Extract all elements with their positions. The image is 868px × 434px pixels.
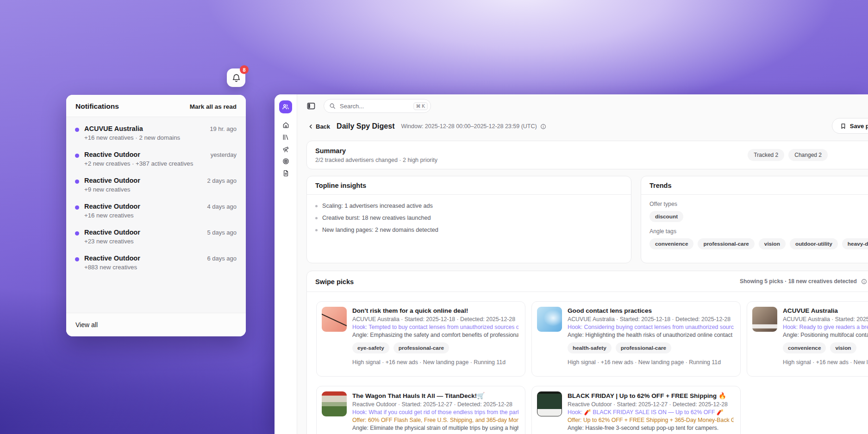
topbar: ⌘ K — [297, 94, 868, 118]
pick-meta: ACUVUE Australia · Started: 2025-12-18 ·… — [568, 316, 734, 322]
pick-meta: Reactive Outdoor · Started: 2025-12-27 ·… — [568, 401, 734, 408]
angle-tag: professional-care — [698, 238, 754, 249]
search-input[interactable] — [339, 102, 410, 110]
panel-left-icon — [306, 101, 316, 111]
page-header: Back Daily Spy Digest Window: 2025-12-28… — [297, 118, 868, 135]
ad-thumbnail — [537, 391, 562, 416]
ad-thumbnail — [322, 307, 347, 332]
sidebar-item-home[interactable] — [275, 119, 297, 131]
bell-icon — [232, 74, 241, 82]
document-icon — [282, 170, 289, 177]
info-icon[interactable] — [861, 279, 867, 285]
view-all-button[interactable]: View all — [66, 313, 246, 336]
angle-tag: outdoor-utility — [790, 238, 838, 249]
swipe-pick-card[interactable]: Don't risk them for a quick online deal!… — [316, 301, 525, 377]
pick-tag: vision — [830, 342, 856, 353]
notification-subtitle: +16 new creatives — [84, 212, 237, 219]
pick-title: Good contact lens practices — [568, 307, 734, 314]
swipe-pick-card[interactable]: ACUVUE Australia ACUVUE Australia · Star… — [747, 301, 868, 377]
pick-hook: Hook: What if you could get rid of those… — [352, 409, 518, 415]
notification-item[interactable]: Reactive Outdoor4 days ago +16 new creat… — [66, 198, 246, 224]
sidebar-item-spy[interactable] — [275, 143, 297, 155]
pick-tags: health-safety professional-care — [568, 342, 734, 353]
page-title: Daily Spy Digest — [337, 122, 394, 130]
swipe-picks-title: Swipe picks — [315, 278, 354, 285]
notification-subtitle: +9 new creatives — [84, 186, 237, 193]
swipe-pick-card[interactable]: Good contact lens practices ACUVUE Austr… — [531, 301, 741, 377]
pick-hook: Hook: 🧨 BLACK FRIDAY SALE IS ON — Up to … — [568, 409, 734, 415]
pick-angle: Angle: Positioning multifocal contact le… — [783, 332, 868, 338]
pick-angle: Angle: Hassle-free 3-second setup pop-up… — [568, 425, 734, 431]
unread-dot — [75, 128, 79, 132]
workspace-logo[interactable] — [279, 100, 292, 113]
pick-signal: High signal · +16 new ads · New landing … — [783, 359, 868, 366]
notification-item[interactable]: Reactive Outdoor2 days ago +9 new creati… — [66, 172, 246, 198]
insight-row: Topline insights Scaling: 1 advertisers … — [306, 176, 868, 263]
notification-subtitle: +883 new creatives — [84, 264, 237, 271]
pick-hook: Hook: Ready to give readers a break? — [783, 324, 868, 330]
pick-tags: convenience vision — [783, 342, 868, 353]
notification-time: 6 days ago — [207, 255, 237, 262]
main-area: ⌘ K Back Daily Spy Digest Window: 2025-1… — [297, 94, 868, 434]
notification-title: Reactive Outdoor — [84, 254, 140, 262]
notification-item[interactable]: Reactive Outdooryesterday +2 new creativ… — [66, 146, 246, 172]
pick-angle: Angle: Emphasizing the safety and comfor… — [352, 332, 518, 338]
target-icon — [282, 158, 289, 165]
mark-all-as-read-button[interactable]: Mark all as read — [190, 103, 237, 110]
global-search[interactable]: ⌘ K — [324, 99, 431, 113]
pick-meta: ACUVUE Australia · Started: 2025-12-18 ·… — [352, 316, 518, 322]
angle-tags-label: Angle tags — [649, 228, 868, 235]
info-icon[interactable] — [540, 124, 546, 130]
notification-item[interactable]: ACUVUE Australia19 hr. ago +16 new creat… — [66, 120, 246, 146]
offer-types-label: Offer types — [649, 201, 868, 207]
notification-subtitle: +2 new creatives · +387 active creatives — [84, 160, 237, 167]
unread-dot — [75, 257, 79, 261]
users-icon — [282, 103, 289, 111]
notifications-header: Notifications Mark all as read — [66, 95, 246, 117]
notification-item[interactable]: Reactive Outdoor6 days ago +883 new crea… — [66, 250, 246, 276]
notification-title: Reactive Outdoor — [84, 229, 140, 236]
digest-window: Window: 2025-12-28 00:00–2025-12-28 23:5… — [401, 123, 546, 130]
notification-time: 2 days ago — [207, 177, 237, 184]
window-text: Window: 2025-12-28 00:00–2025-12-28 23:5… — [401, 123, 537, 130]
notification-time: 5 days ago — [207, 229, 237, 236]
angle-tag: vision — [759, 238, 786, 249]
insight-text: Scaling: 1 advertisers increased active … — [322, 203, 433, 209]
save-picks-label: Save picks — [850, 123, 868, 130]
sidebar-item-library[interactable] — [275, 131, 297, 143]
unread-dot — [75, 205, 79, 210]
topline-insights-card: Topline insights Scaling: 1 advertisers … — [306, 176, 631, 263]
notification-item[interactable]: Reactive Outdoor5 days ago +23 new creat… — [66, 224, 246, 250]
save-picks-button[interactable]: Save picks — [832, 118, 868, 134]
unread-dot — [75, 180, 79, 184]
pick-signal: High signal · +16 new ads · New landing … — [352, 359, 518, 366]
notification-title: Reactive Outdoor — [84, 203, 140, 210]
back-button[interactable]: Back — [308, 123, 330, 130]
topline-insights-title: Topline insights — [307, 176, 631, 195]
unread-dot — [75, 154, 79, 158]
swipe-pick-card[interactable]: BLACK FRIDAY | Up to 62% OFF + FREE Ship… — [531, 386, 741, 434]
notifications-bell-button[interactable]: 8 — [227, 68, 245, 87]
offer-type-tags: discount — [649, 211, 868, 222]
telescope-icon — [282, 146, 289, 153]
insight-text: New landing pages: 2 new domains detecte… — [322, 227, 438, 233]
sidebar-item-reports[interactable] — [275, 167, 297, 179]
search-icon — [329, 103, 336, 109]
swipe-pick-card[interactable]: The Wagon That Hauls It All — TitanDeck!… — [316, 386, 525, 434]
bookmark-icon — [840, 123, 846, 129]
swipe-picks-card: Swipe picks Showing 5 picks · 18 new cre… — [306, 271, 868, 434]
sidebar-item-tracking[interactable] — [275, 155, 297, 167]
pick-offer: Offer: 60% OFF Flash Sale, Free U.S. Shi… — [352, 417, 518, 423]
angle-tag: convenience — [649, 238, 693, 249]
notification-time: yesterday — [211, 151, 237, 158]
trends-title: Trends — [641, 176, 868, 195]
sidebar-toggle-button[interactable] — [305, 99, 318, 112]
pick-hook: Hook: Considering buying contact lenses … — [568, 324, 734, 330]
swipe-picks-toolbar: Showing 5 picks · 18 new creatives detec… — [740, 274, 868, 289]
pick-meta: ACUVUE Australia · Started: 2025-11-04 — [783, 316, 868, 322]
notification-title: Reactive Outdoor — [84, 151, 140, 158]
notification-time: 19 hr. ago — [210, 125, 237, 132]
pick-tag: professional-care — [393, 342, 449, 353]
tracked-badge: Tracked 2 — [748, 149, 784, 161]
insight-text: Creative burst: 18 new creatives launche… — [322, 215, 431, 221]
